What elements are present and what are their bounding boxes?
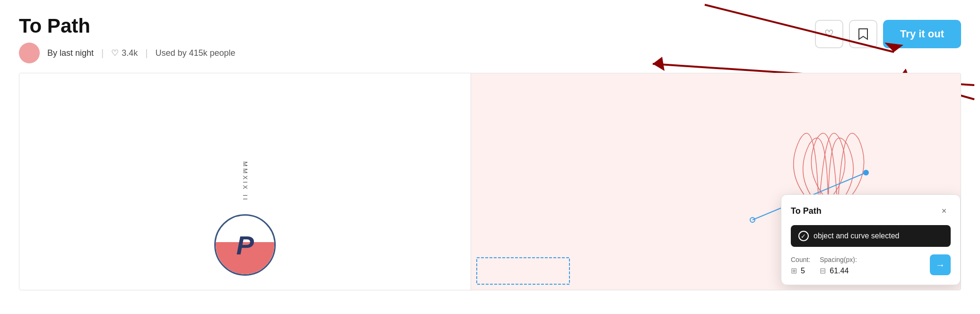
bookmark-icon xyxy=(858,28,868,40)
spacing-value: 61.44 xyxy=(830,267,849,275)
page-title: To Path xyxy=(19,15,236,37)
canvas-right-panel: To Path × ✓ object and curve selected Co… xyxy=(471,73,961,290)
spacing-label: Spacing(px): xyxy=(820,256,857,263)
likes-value: 3.4k xyxy=(122,48,138,58)
check-icon: ✓ xyxy=(798,231,809,241)
count-value-row: ⊞ 5 xyxy=(791,266,810,275)
count-field-group: Count: ⊞ 5 xyxy=(791,256,810,275)
heart-icon: ♡ xyxy=(824,28,834,40)
count-label: Count: xyxy=(791,256,810,263)
canvas-area: MMXIX II P xyxy=(19,73,961,290)
separator-1: | xyxy=(101,48,104,59)
logo-circle: P xyxy=(214,214,276,276)
dialog-fields: Count: ⊞ 5 Spacing(px): ⊟ 61.44 xyxy=(791,254,951,275)
author-name: By last night xyxy=(47,48,94,58)
avatar xyxy=(19,43,40,63)
action-buttons: ♡ Try it out xyxy=(815,15,961,48)
apply-icon: → xyxy=(936,260,945,270)
separator-2: | xyxy=(145,48,148,59)
heart-icon: ♡ xyxy=(111,48,119,58)
spacing-field-group: Spacing(px): ⊟ 61.44 xyxy=(820,256,857,275)
spacing-value-row: ⊟ 61.44 xyxy=(820,266,857,275)
dialog-title: To Path xyxy=(791,206,822,216)
bookmark-button[interactable] xyxy=(849,20,877,48)
svg-point-7 xyxy=(863,170,869,175)
vertical-text: MMXIX II xyxy=(242,161,249,201)
dialog-status: ✓ object and curve selected xyxy=(791,225,951,247)
count-value: 5 xyxy=(801,267,805,275)
title-section: To Path By last night | ♡ 3.4k | Used by… xyxy=(19,15,236,63)
header: To Path By last night | ♡ 3.4k | Used by… xyxy=(0,0,980,73)
dialog-close-button[interactable]: × xyxy=(937,204,951,218)
to-path-dialog: To Path × ✓ object and curve selected Co… xyxy=(781,194,961,285)
meta-row: By last night | ♡ 3.4k | Used by 415k pe… xyxy=(19,43,236,63)
canvas-inner: MMXIX II P xyxy=(19,73,961,290)
svg-rect-10 xyxy=(477,258,569,284)
likes-count: ♡ 3.4k xyxy=(111,48,138,58)
canvas-left-panel: MMXIX II P xyxy=(19,73,471,290)
grid-icon: ⊞ xyxy=(791,266,797,275)
bar-icon: ⊟ xyxy=(820,266,826,275)
page-container: To Path By last night | ♡ 3.4k | Used by… xyxy=(0,0,980,314)
status-text: object and curve selected xyxy=(814,232,899,240)
used-by-text: Used by 415k people xyxy=(156,48,236,58)
logo-letter: P xyxy=(236,230,254,261)
selection-rect-svg xyxy=(476,257,570,285)
dialog-header: To Path × xyxy=(791,204,951,218)
apply-button[interactable]: → xyxy=(930,254,951,275)
try-it-out-button[interactable]: Try it out xyxy=(883,20,961,48)
like-button[interactable]: ♡ xyxy=(815,20,843,48)
